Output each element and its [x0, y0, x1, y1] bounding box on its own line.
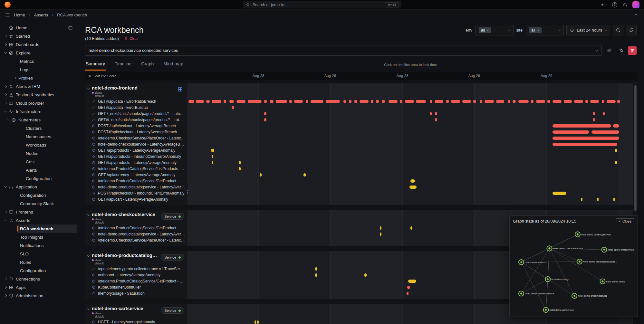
entity-row[interactable]: POST /api/checkout - LatencyAverageBreac… [88, 123, 185, 129]
timeline-bar[interactable] [364, 273, 367, 277]
entity-row[interactable]: notel-demo-checkoutservice - LatencyAver… [88, 141, 185, 147]
timeline-bar[interactable] [405, 100, 414, 103]
site-filter-select[interactable]: all× [526, 25, 564, 35]
timeline-bar[interactable] [536, 100, 545, 103]
sidebar-item-rca-workbench[interactable]: RCA workbench [0, 224, 77, 233]
timeline-bar[interactable] [451, 100, 460, 103]
timeline-bar[interactable] [196, 100, 204, 103]
sidebar-item-kubernetes[interactable]: Kubernetes [0, 116, 77, 124]
sidebar-item-application[interactable]: Application [0, 183, 77, 191]
timeline-bar[interactable] [303, 173, 306, 176]
timeline-bar[interactable] [513, 100, 516, 103]
timeline-bar[interactable] [593, 118, 595, 121]
entity-row[interactable]: outbound - LatencyAverageAnomaly [88, 272, 185, 278]
entity-row[interactable]: GET#/_next/static/chunks/pages/product/*… [88, 117, 185, 123]
new-menu-button[interactable] [601, 2, 607, 7]
timeline-bar[interactable] [294, 100, 303, 103]
entity-row[interactable]: GET#/api/data - ErrorBuildup [88, 104, 185, 110]
sidebar-item-configuration[interactable]: Configuration [0, 191, 77, 199]
timeline-bar[interactable] [257, 320, 259, 324]
entity-row[interactable]: memory:usage - Saturation [88, 290, 185, 296]
entity-row[interactable]: /oteldemo.ProductCatalogService/GetProdu… [88, 278, 185, 284]
timeline-bar[interactable] [602, 100, 604, 103]
graph-node-notel-demo-shippingservice[interactable]: notel-demo-shippingservice [572, 293, 607, 298]
timeline-bar[interactable] [435, 118, 437, 121]
sidebar-item-slo[interactable]: SLO [0, 250, 77, 258]
timeline-bar[interactable] [371, 100, 373, 103]
timeline-bar[interactable] [617, 100, 620, 103]
sidebar-item-nodes[interactable]: Nodes [0, 149, 77, 157]
timeline-bar[interactable] [508, 100, 510, 103]
timeline-bar[interactable] [615, 161, 617, 164]
timeline-bar[interactable] [593, 112, 595, 115]
sidebar-item-alerts-irm[interactable]: Alerts & IRM [0, 82, 77, 91]
timeline-bar[interactable] [315, 267, 317, 271]
sidebar-item-community-slack[interactable]: Community Slack [0, 199, 77, 208]
column-resize-handle[interactable] [185, 191, 190, 193]
timeline-bar[interactable] [590, 100, 599, 103]
timeline-bar[interactable] [553, 100, 562, 103]
graph-node-notel-demo-currencyservice[interactable]: notel-demo-currencyservice [575, 232, 611, 237]
graph-node-notel-demo-cartservice[interactable]: notel-demo-cartservice [543, 307, 574, 312]
timeline-bar[interactable] [326, 100, 340, 103]
timeline-bar[interactable] [407, 286, 410, 289]
timeline-bar[interactable] [518, 100, 529, 103]
group-header[interactable]: notel-demo-cartservicedemodefaultService [88, 306, 185, 319]
timeline-bar[interactable] [613, 124, 619, 128]
site-filter-chip[interactable]: all× [529, 27, 541, 33]
timeline-bar[interactable] [410, 226, 412, 230]
timeline-bar[interactable] [264, 118, 266, 121]
timeline-bar[interactable] [597, 198, 599, 201]
timeline-bar[interactable] [206, 100, 210, 103]
timeline-bar[interactable] [446, 100, 449, 103]
entity-row[interactable]: KubeContainerOomKiller [88, 284, 185, 290]
timeline-bar[interactable] [553, 124, 611, 128]
graph-node-notel-demo-emailservice[interactable]: notel-demo-emailservice [601, 247, 634, 252]
entity-row[interactable]: GET#/api/cart - LatencyAverageAnomaly [88, 196, 185, 202]
timeline-bar[interactable] [376, 100, 379, 103]
entity-row[interactable]: GET /_next/static/chunks/pages/product/*… [88, 110, 185, 117]
timeline-area[interactable] [187, 83, 633, 205]
timeline-bar[interactable] [343, 100, 346, 103]
timeline-bar[interactable] [480, 100, 482, 103]
entity-row[interactable]: /oteldemo.CheckoutService/PlaceOrder - L… [88, 135, 185, 141]
timeline-bar[interactable] [270, 100, 274, 103]
timeline-bar[interactable] [553, 143, 617, 146]
timeline-bar[interactable] [212, 155, 214, 158]
remove-filter-icon[interactable]: × [537, 28, 539, 32]
timeline-bar[interactable] [276, 100, 287, 103]
group-header[interactable]: notel-demo-checkoutservicedemodefaultSer… [88, 212, 185, 225]
timeline-bar[interactable] [255, 320, 256, 324]
timeline-bar[interactable] [603, 112, 605, 115]
timeline-bar[interactable] [485, 100, 494, 103]
timeline-bar[interactable] [188, 100, 194, 103]
timeline-bar[interactable] [311, 100, 323, 103]
workbench-query[interactable] [85, 45, 602, 56]
sidebar-item-starred[interactable]: Starred [0, 32, 77, 40]
entity-row[interactable]: GET /api/products - LatencyAverageAnomal… [88, 147, 185, 153]
timeline-bar[interactable] [389, 100, 398, 103]
timeline-bar[interactable] [349, 100, 351, 103]
timeline-bar[interactable] [496, 100, 504, 103]
timeline-bar[interactable] [229, 100, 234, 103]
sidebar-item-configuration[interactable]: Configuration [0, 266, 77, 275]
timeline-bar[interactable] [380, 233, 382, 236]
timeline-bar[interactable] [410, 179, 415, 183]
entity-row[interactable]: GET#/api/products - InboundClientErrorAn… [88, 153, 185, 159]
breadcrumb-home[interactable]: Home [14, 13, 25, 17]
sidebar-item-apps[interactable]: Apps [0, 283, 77, 291]
graph-node-notel-demo-kafka[interactable]: notel-demo-kafka [600, 279, 625, 284]
graph-node-notel-demo-flagd[interactable]: notel-demo-flagd [545, 277, 570, 282]
timeline-bar[interactable] [435, 112, 437, 115]
sidebar-item-home[interactable]: Home [0, 24, 77, 32]
sidebar-item-administration[interactable]: Administration [0, 291, 77, 300]
entity-row[interactable]: /oteldemo.CheckoutService/PlaceOrder - L… [88, 237, 185, 243]
refresh-button[interactable] [626, 25, 637, 35]
sidebar-item-metrics[interactable]: Metrics [0, 57, 77, 65]
graph-node-notel-demo-productcatalogser[interactable]: notel-demo-productcatalogser... [577, 259, 617, 264]
group-header[interactable]: notel-demo-productcatalogservicedemodefa… [88, 253, 185, 266]
news-icon[interactable] [622, 2, 627, 7]
timeline-bar[interactable] [211, 149, 214, 152]
timeline-bar[interactable] [360, 100, 369, 103]
sidebar-item-notifications[interactable]: Notifications [0, 241, 77, 250]
